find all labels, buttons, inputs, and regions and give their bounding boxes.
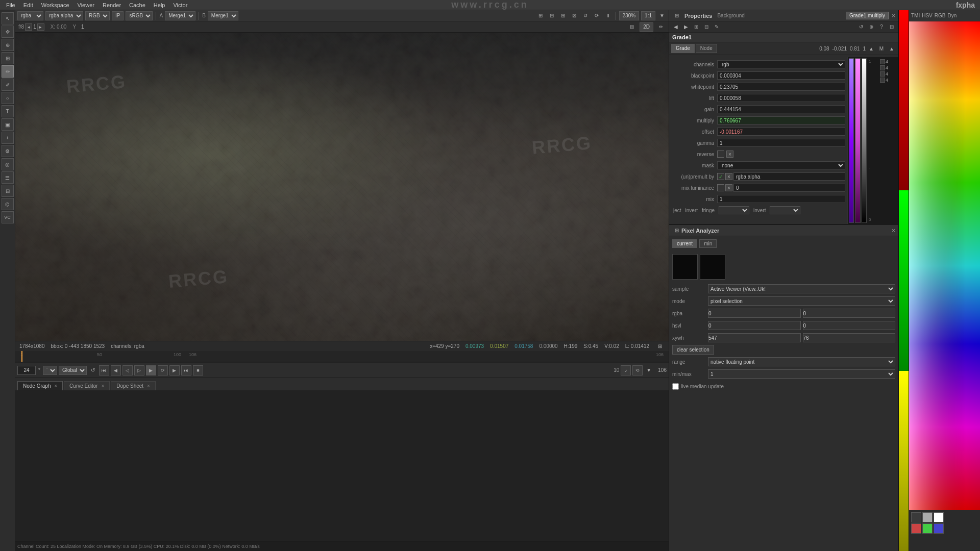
color-picker-grad[interactable] bbox=[909, 21, 980, 510]
mix-lum-x-btn[interactable]: × bbox=[725, 184, 732, 191]
tool-shape[interactable]: ○ bbox=[2, 92, 14, 104]
gain-input[interactable] bbox=[717, 105, 845, 113]
tool-grid[interactable]: ⊟ bbox=[2, 185, 14, 197]
viewer-icon-4[interactable]: ⊠ bbox=[570, 11, 579, 20]
stop-btn[interactable]: ■ bbox=[193, 365, 203, 375]
step-fwd-btn[interactable]: ▷ bbox=[134, 365, 144, 375]
node-graph[interactable]: Read1 40Y_0118_cg_rockMonster_v15.0001.e… bbox=[15, 390, 669, 541]
timeline-ruler-area[interactable]: 1 50 100 106 106 bbox=[15, 351, 669, 362]
tool-hand[interactable]: ☰ bbox=[2, 171, 14, 184]
status-expand[interactable]: ⊞ bbox=[655, 342, 665, 351]
mask-select[interactable]: none bbox=[717, 161, 845, 169]
menu-help[interactable]: Help bbox=[150, 1, 169, 9]
pixel-xywh-y[interactable] bbox=[803, 333, 896, 342]
invert-select2[interactable] bbox=[770, 206, 800, 214]
end-btn[interactable]: ⏭ bbox=[181, 365, 191, 375]
grade-tab-node[interactable]: Node bbox=[696, 44, 717, 53]
offset-input[interactable] bbox=[717, 128, 845, 136]
mode-2d[interactable]: 2D bbox=[640, 22, 653, 32]
mode-icon[interactable]: ⊞ bbox=[627, 22, 636, 32]
tool-move[interactable]: ✥ bbox=[2, 26, 14, 38]
pixel-rgba-r[interactable] bbox=[708, 309, 801, 318]
menu-render[interactable]: Render bbox=[99, 1, 125, 9]
swatch-1[interactable] bbox=[911, 512, 921, 522]
pixel-mode-select[interactable]: pixel selection bbox=[708, 296, 895, 306]
global-select[interactable]: Global bbox=[59, 366, 87, 375]
tool-text[interactable]: T bbox=[2, 105, 14, 117]
menu-workspace[interactable]: Workspace bbox=[37, 1, 74, 9]
color-mode-select[interactable]: RGB bbox=[85, 11, 110, 20]
swatch-6[interactable] bbox=[934, 523, 944, 534]
tool-brush[interactable]: ⌬ bbox=[2, 198, 14, 210]
next-btn[interactable]: ▶ bbox=[169, 365, 180, 375]
reverse-checkbox[interactable] bbox=[717, 151, 724, 158]
grade-tab-grade[interactable]: Grade bbox=[671, 44, 695, 53]
unpremult-input[interactable] bbox=[733, 172, 845, 181]
menu-edit[interactable]: Edit bbox=[19, 1, 37, 9]
tab-node-graph[interactable]: Node Graph × bbox=[17, 381, 63, 390]
viewer-icon-6[interactable]: ⟳ bbox=[592, 11, 601, 20]
props-tool-5[interactable]: ✎ bbox=[712, 22, 721, 32]
swatch-2[interactable] bbox=[922, 512, 933, 522]
node-graph-close[interactable]: × bbox=[54, 383, 57, 389]
mix-input[interactable] bbox=[717, 195, 845, 203]
grade-tab-icon2[interactable]: M bbox=[877, 44, 886, 53]
grade-tab-icon[interactable]: ▲ bbox=[867, 44, 876, 53]
pixel-hsvl-h[interactable] bbox=[708, 321, 801, 330]
viewer-icon-5[interactable]: ↺ bbox=[581, 11, 590, 20]
menu-cache[interactable]: Cache bbox=[125, 1, 150, 9]
props-tool-r[interactable]: ↺ bbox=[856, 22, 866, 32]
loop-btn[interactable]: ⟲ bbox=[632, 365, 643, 375]
invert-select1[interactable] bbox=[719, 206, 749, 214]
props-close[interactable]: × bbox=[892, 12, 895, 19]
sync-icon[interactable]: ↺ bbox=[88, 366, 97, 375]
tl-end[interactable]: ▼ bbox=[644, 366, 653, 375]
props-tool-6[interactable]: ⊕ bbox=[867, 22, 876, 32]
play-loop-btn[interactable]: ⟳ bbox=[158, 365, 168, 375]
clear-selection-btn[interactable]: clear selection bbox=[672, 345, 714, 355]
channel-select[interactable]: rgbargbalpha bbox=[17, 11, 43, 20]
merge-a-select[interactable]: Merge1 bbox=[165, 11, 195, 20]
prev-frame-btn[interactable]: ◂ bbox=[25, 23, 32, 31]
menu-victor[interactable]: Victor bbox=[169, 1, 191, 9]
dope-sheet-close[interactable]: × bbox=[147, 383, 150, 389]
blackpoint-input[interactable] bbox=[717, 71, 845, 80]
pixel-range-select[interactable]: native floating point bbox=[708, 357, 895, 366]
curve-editor-close[interactable]: × bbox=[101, 383, 104, 389]
viewer-icon-3[interactable]: ⊞ bbox=[558, 11, 568, 20]
tab-curve-editor[interactable]: Curve Editor × bbox=[64, 381, 110, 390]
viewer-icon-2[interactable]: ⊟ bbox=[547, 11, 556, 20]
swatch-5[interactable] bbox=[922, 523, 933, 534]
pixel-xywh-x[interactable] bbox=[708, 333, 801, 342]
unpremult-x-btn[interactable]: × bbox=[725, 173, 732, 180]
tf-select[interactable]: TF bbox=[43, 366, 57, 375]
pixel-close[interactable]: × bbox=[892, 227, 895, 234]
tool-zoom[interactable]: ⊕ bbox=[2, 39, 14, 51]
viewer-area[interactable]: RRCG RRCG RRCG bbox=[15, 33, 669, 341]
swatch-3[interactable] bbox=[934, 512, 944, 522]
mix-lum-input[interactable] bbox=[733, 184, 845, 192]
viewer-icon-1[interactable]: ⊞ bbox=[536, 11, 545, 20]
beginning-btn[interactable]: ⏮ bbox=[99, 365, 109, 375]
mix-lum-checkbox[interactable] bbox=[717, 184, 724, 191]
reverse-x-btn[interactable]: × bbox=[726, 151, 733, 158]
fps-input[interactable] bbox=[17, 366, 36, 375]
paint-icon[interactable]: ✏ bbox=[656, 22, 666, 32]
pixel-hsvl-s[interactable] bbox=[803, 321, 896, 330]
menu-viewer[interactable]: Viewer bbox=[74, 1, 99, 9]
gamma-input[interactable] bbox=[717, 139, 845, 147]
props-tool-8[interactable]: ⊟ bbox=[887, 22, 896, 32]
props-tool-1[interactable]: ◀ bbox=[671, 22, 680, 32]
swatch-4[interactable] bbox=[911, 523, 921, 534]
pixel-rgba-g[interactable] bbox=[803, 309, 896, 318]
tool-crop[interactable]: ⊞ bbox=[2, 52, 14, 64]
unpremult-checkbox[interactable] bbox=[717, 173, 724, 180]
tool-select[interactable]: ▣ bbox=[2, 118, 14, 131]
props-tool-7[interactable]: ? bbox=[877, 22, 886, 32]
tool-eye[interactable]: ◎ bbox=[2, 158, 14, 170]
tool-add[interactable]: + bbox=[2, 132, 14, 144]
menu-file[interactable]: File bbox=[2, 1, 19, 9]
tool-arrow[interactable]: ↖ bbox=[2, 12, 14, 24]
pixel-minmax-select[interactable]: 1 bbox=[708, 369, 895, 379]
props-tool-4[interactable]: ⊟ bbox=[702, 22, 711, 32]
